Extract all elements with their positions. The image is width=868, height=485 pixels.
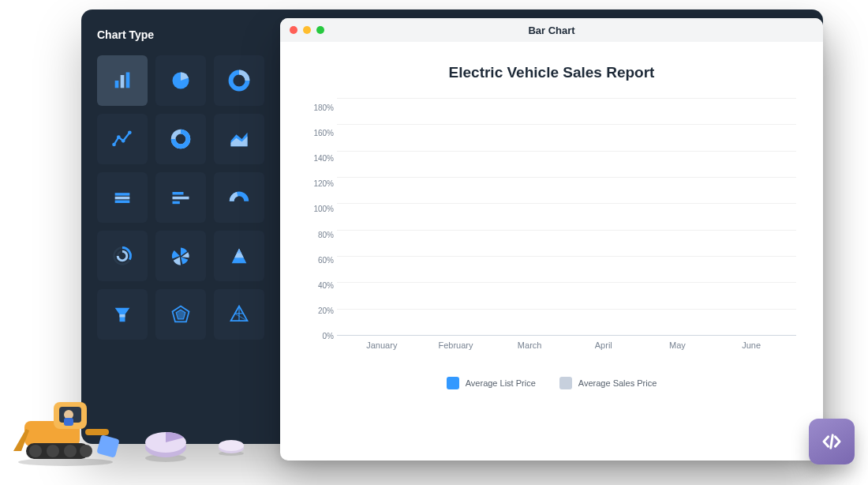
y-tick: 60% (307, 255, 334, 264)
svg-point-40 (47, 445, 59, 457)
chart-legend: Average List PriceAverage Sales Price (307, 377, 796, 389)
funnel-chart-icon (111, 303, 133, 325)
x-label: March (493, 340, 567, 350)
x-label: February (419, 340, 492, 350)
x-label: April (567, 340, 640, 350)
y-tick: 120% (307, 179, 334, 188)
svg-rect-0 (115, 81, 119, 88)
close-icon[interactable] (290, 26, 297, 34)
svg-rect-14 (115, 201, 130, 204)
window-titlebar: Bar Chart (280, 18, 823, 42)
chart-type-pie-burst-chart[interactable] (155, 231, 206, 281)
chart-type-stacked-bar-chart[interactable] (97, 172, 148, 223)
y-tick: 80% (307, 230, 334, 239)
svg-rect-15 (173, 192, 184, 195)
svg-point-8 (128, 131, 132, 135)
svg-rect-16 (173, 197, 189, 200)
pie-chart-icon (170, 70, 192, 92)
y-tick: 140% (307, 154, 334, 163)
code-icon (820, 430, 844, 453)
chart-type-line-chart[interactable] (97, 114, 148, 164)
chart-window: Bar Chart Electric Vehicle Sales Report … (280, 18, 823, 461)
svg-point-5 (112, 143, 116, 147)
svg-rect-24 (120, 314, 125, 318)
radial-chart-icon (111, 245, 133, 267)
chart-type-column-chart[interactable] (97, 55, 148, 106)
chart-type-wireframe-chart[interactable] (214, 289, 264, 340)
donut-chart-icon (228, 70, 250, 92)
svg-marker-22 (237, 249, 241, 254)
legend-label: Average Sales Price (578, 378, 657, 388)
svg-rect-37 (64, 418, 73, 426)
y-tick: 20% (307, 306, 334, 314)
svg-rect-1 (121, 75, 125, 88)
semi-circle-chart-icon (228, 186, 250, 209)
chart-type-donut-chart[interactable] (214, 55, 264, 106)
legend-swatch (559, 377, 572, 389)
y-tick: 40% (307, 280, 334, 289)
column-chart-icon (111, 70, 133, 92)
ring-chart-icon (170, 128, 192, 150)
area-chart-icon (228, 128, 250, 150)
y-tick: 100% (307, 205, 334, 213)
svg-point-6 (117, 135, 121, 139)
svg-rect-44 (96, 434, 119, 457)
radar-chart-icon (170, 303, 192, 325)
bulldozer-decoration (10, 391, 121, 466)
svg-rect-12 (115, 193, 130, 196)
chart-type-pie-chart[interactable] (155, 55, 206, 106)
bars-container (337, 99, 796, 336)
svg-rect-43 (85, 429, 109, 435)
x-label: June (714, 340, 788, 350)
chart-type-funnel-chart[interactable] (97, 289, 148, 340)
maximize-icon[interactable] (316, 26, 324, 34)
line-chart-icon (111, 128, 133, 150)
chart-type-ring-chart[interactable] (155, 114, 206, 164)
code-badge (809, 419, 855, 464)
pie-burst-chart-icon (170, 245, 192, 267)
svg-point-42 (80, 445, 92, 457)
pyramid-chart-icon (228, 245, 250, 267)
legend-label: Average List Price (466, 378, 536, 388)
x-label: May (641, 340, 714, 350)
svg-rect-17 (173, 201, 180, 204)
window-title: Bar Chart (280, 24, 823, 36)
svg-rect-13 (115, 197, 130, 200)
chart-type-semi-circle-chart[interactable] (214, 172, 264, 223)
legend-swatch (447, 377, 459, 389)
chart-type-grid (97, 55, 264, 340)
svg-line-51 (831, 435, 833, 448)
svg-point-7 (122, 139, 125, 143)
legend-item: Average Sales Price (559, 377, 657, 389)
chart-type-pyramid-chart[interactable] (214, 231, 264, 281)
pill-decoration (215, 438, 247, 456)
svg-rect-2 (126, 73, 130, 88)
svg-marker-26 (176, 310, 185, 319)
svg-point-41 (64, 445, 77, 457)
y-tick: 0% (307, 331, 334, 340)
chart-type-radial-chart[interactable] (97, 231, 148, 281)
chart-type-horizontal-bar-chart[interactable] (155, 172, 206, 223)
svg-point-32 (18, 458, 113, 466)
y-tick: 180% (307, 103, 334, 112)
svg-point-50 (219, 440, 244, 451)
legend-item: Average List Price (447, 377, 536, 389)
x-axis: JanuaryFebruaryMarchAprilMayJune (337, 336, 796, 359)
minimize-icon[interactable] (303, 26, 311, 34)
bar-chart-plot: 0%20%40%60%80%100%120%140%160%180% Janua… (337, 99, 796, 359)
horizontal-bar-chart-icon (170, 186, 192, 209)
y-axis: 0%20%40%60%80%100%120%140%160%180% (307, 99, 334, 336)
y-tick: 160% (307, 129, 334, 137)
chart-title: Electric Vehicle Sales Report (307, 64, 796, 81)
x-label: January (345, 340, 418, 350)
sidebar: Chart Type (81, 9, 280, 444)
chart-type-area-chart[interactable] (214, 114, 264, 164)
wireframe-chart-icon (228, 303, 250, 325)
stacked-bar-chart-icon (111, 186, 133, 209)
pie-decoration (140, 427, 192, 462)
chart-type-radar-chart[interactable] (155, 289, 206, 340)
sidebar-title: Chart Type (97, 28, 264, 41)
svg-point-39 (29, 445, 42, 457)
